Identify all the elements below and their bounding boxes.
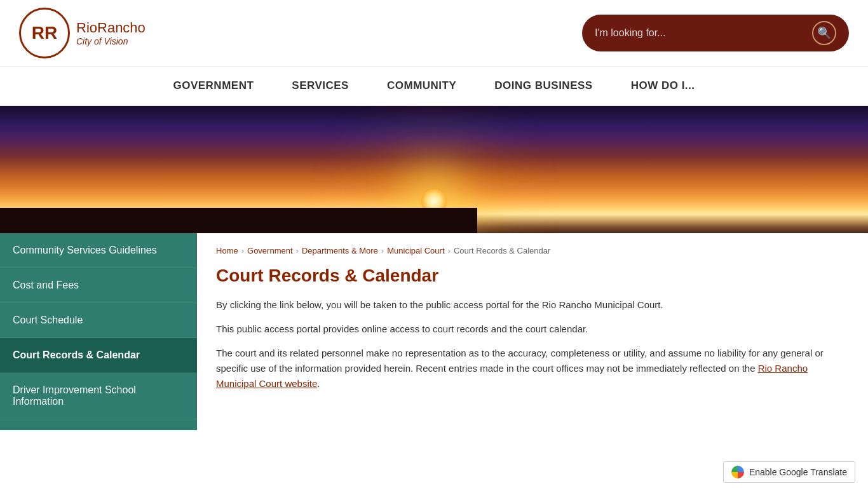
header: RR RioRancho City of Vision 🔍	[0, 0, 868, 67]
hero-city	[0, 208, 477, 233]
sidebar-item-court-records-calendar[interactable]: Court Records & Calendar	[0, 338, 197, 373]
main-nav: GOVERNMENT SERVICES COMMUNITY DOING BUSI…	[0, 67, 868, 106]
sidebar-item-driver-improvement-school[interactable]: Driver Improvement School Information	[0, 373, 197, 419]
nav-item-services[interactable]: SERVICES	[292, 79, 349, 92]
breadcrumb-sep-3: ›	[381, 246, 384, 255]
content-paragraph-3-after: .	[317, 378, 320, 389]
footer-bar: Enable Google Translate	[0, 456, 868, 488]
breadcrumb-sep-1: ›	[241, 246, 244, 255]
breadcrumb-sep-4: ›	[448, 246, 451, 255]
search-icon: 🔍	[817, 26, 831, 40]
logo-riorancho-text: RioRancho	[76, 20, 146, 36]
logo-circle: RR	[19, 8, 70, 58]
main-content: Community Services Guidelines Cost and F…	[0, 233, 868, 430]
logo-city-text: City of Vision	[76, 36, 146, 46]
google-translate-label: Enable Google Translate	[749, 467, 847, 477]
sidebar-item-court-schedule[interactable]: Court Schedule	[0, 303, 197, 338]
content-paragraph-3-before: The court and its related personnel make…	[216, 348, 824, 374]
page-title: Court Records & Calendar	[216, 266, 849, 286]
hero-image	[0, 106, 868, 233]
content-paragraph-3: The court and its related personnel make…	[216, 346, 849, 391]
search-button[interactable]: 🔍	[812, 21, 836, 45]
breadcrumb: Home › Government › Departments & More ›…	[216, 246, 849, 255]
nav-item-community[interactable]: COMMUNITY	[387, 79, 456, 92]
breadcrumb-municipal-court[interactable]: Municipal Court	[387, 246, 444, 255]
content-paragraph-2: This public access portal provides onlin…	[216, 322, 849, 337]
nav-item-government[interactable]: GOVERNMENT	[173, 79, 254, 92]
nav-item-how-do-i[interactable]: HOW DO I...	[631, 79, 695, 92]
search-input[interactable]	[595, 27, 806, 39]
search-bar[interactable]: 🔍	[582, 15, 849, 51]
breadcrumb-home[interactable]: Home	[216, 246, 238, 255]
breadcrumb-departments[interactable]: Departments & More	[302, 246, 378, 255]
google-translate-button[interactable]: Enable Google Translate	[723, 461, 855, 483]
sidebar-item-cost-and-fees[interactable]: Cost and Fees	[0, 268, 197, 303]
breadcrumb-government[interactable]: Government	[247, 246, 293, 255]
breadcrumb-current: Court Records & Calendar	[454, 246, 550, 255]
logo-rr-text: RR	[32, 24, 57, 42]
logo-area: RR RioRancho City of Vision	[19, 8, 146, 58]
content-area: Home › Government › Departments & More ›…	[197, 233, 868, 430]
sidebar-item-community-services-guidelines[interactable]: Community Services Guidelines	[0, 233, 197, 268]
sidebar: Community Services Guidelines Cost and F…	[0, 233, 197, 430]
logo-text-area: RioRancho City of Vision	[76, 20, 146, 46]
google-g-icon	[731, 466, 744, 478]
nav-item-doing-business[interactable]: DOING BUSINESS	[494, 79, 592, 92]
breadcrumb-sep-2: ›	[296, 246, 299, 255]
content-paragraph-1: By clicking the link below, you will be …	[216, 297, 849, 313]
